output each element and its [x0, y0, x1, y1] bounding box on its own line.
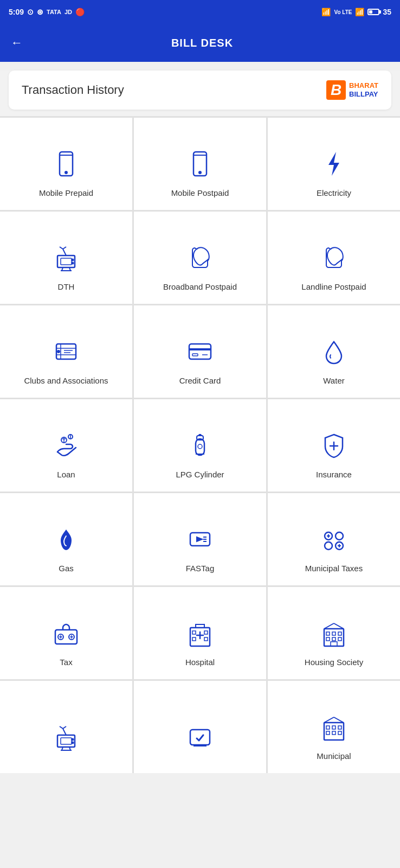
tax-icon [52, 617, 80, 649]
svg-point-39 [198, 444, 202, 449]
broadband-label: Broadband Postpaid [163, 282, 237, 292]
svg-point-17 [72, 262, 74, 264]
svg-rect-95 [338, 726, 341, 729]
credit-card-label: Credit Card [179, 375, 221, 386]
svg-rect-25 [189, 344, 211, 359]
grid-item-tax[interactable]: Tax [0, 587, 132, 679]
svg-point-50 [325, 542, 332, 550]
mobile-postpaid-label: Mobile Postpaid [171, 188, 229, 199]
mobile-prepaid-icon [52, 148, 80, 180]
subscription-icon [186, 721, 214, 754]
whatsapp-icon: ⊙ [27, 8, 34, 16]
mobile-postpaid-icon [186, 148, 214, 180]
dth-icon [52, 241, 80, 274]
transaction-history-button[interactable]: Transaction History B BHARAT BILLPAY [9, 71, 391, 110]
transaction-history-label: Transaction History [22, 83, 326, 97]
svg-point-16 [72, 259, 74, 260]
loan-icon [52, 429, 80, 462]
svg-rect-73 [338, 632, 341, 635]
grid-item-mobile-postpaid[interactable]: Mobile Postpaid [134, 118, 266, 210]
svg-rect-94 [332, 726, 336, 729]
battery-percent: 35 [383, 8, 391, 16]
grid-item-gas[interactable]: Gas [0, 493, 132, 585]
lpg-label: LPG Cylinder [176, 469, 224, 480]
status-bar: 5:09 ⊙ ⊛ TATA JD 🔴 📶 Vo LTE 📶 35 [0, 0, 400, 24]
svg-rect-80 [57, 735, 75, 747]
svg-line-15 [63, 247, 66, 249]
grid-item-municipal[interactable]: Municipal [268, 681, 400, 773]
svg-line-87 [63, 726, 66, 729]
hospital-icon [186, 617, 214, 649]
fastag-label: FASTag [186, 563, 215, 574]
battery-icon [367, 9, 379, 15]
grid-item-subscription[interactable] [134, 681, 266, 773]
svg-rect-27 [192, 354, 198, 356]
signal-icon: 📶 [355, 8, 364, 16]
tax-label: Tax [60, 657, 72, 668]
municipal-label: Municipal [317, 751, 351, 762]
municipal-taxes-label: Municipal Taxes [305, 563, 363, 574]
mobile-prepaid-label: Mobile Prepaid [39, 188, 93, 199]
municipal-icon [320, 711, 348, 743]
grid-item-credit-card[interactable]: Credit Card [134, 305, 266, 398]
grid-item-cable-tv[interactable] [0, 681, 132, 773]
bb-text: BHARAT BILLPAY [349, 81, 378, 98]
page-title: BILL DESK [31, 37, 373, 49]
housing-society-label: Housing Society [305, 657, 363, 668]
water-label: Water [323, 375, 344, 386]
svg-rect-74 [326, 637, 330, 641]
tata-play-icon: TATA [47, 9, 61, 15]
gas-label: Gas [59, 563, 74, 574]
cable-tv-icon [52, 721, 80, 754]
grid-item-clubs[interactable]: Clubs and Associations [0, 305, 132, 398]
services-grid: Mobile Prepaid Mobile Postpaid Electrici… [0, 116, 400, 773]
svg-rect-68 [192, 637, 196, 641]
electricity-icon [320, 148, 348, 180]
svg-point-49 [336, 532, 343, 540]
broadband-icon [186, 241, 214, 274]
header: ← BILL DESK [0, 24, 400, 62]
svg-line-100 [334, 717, 344, 723]
svg-line-13 [63, 249, 66, 256]
municipal-taxes-icon [320, 523, 348, 556]
svg-rect-34 [196, 439, 204, 455]
time: 5:09 [9, 8, 24, 16]
svg-rect-98 [338, 731, 341, 735]
grid-item-lpg[interactable]: LPG Cylinder [134, 399, 266, 492]
grid-item-loan[interactable]: Loan [0, 399, 132, 492]
svg-rect-76 [338, 637, 341, 641]
svg-rect-96 [326, 731, 330, 735]
svg-rect-72 [332, 632, 336, 635]
grid-item-hospital[interactable]: Hospital [134, 587, 266, 679]
landline-icon [320, 241, 348, 274]
metro-icon: 🔴 [75, 8, 85, 16]
grid-item-municipal-taxes[interactable]: Municipal Taxes [268, 493, 400, 585]
credit-card-icon [186, 335, 214, 368]
grid-item-landline[interactable]: Landline Postpaid [268, 212, 400, 304]
grid-item-fastag[interactable]: FASTag [134, 493, 266, 585]
grid-item-water[interactable]: Water [268, 305, 400, 398]
lpg-icon [186, 429, 214, 462]
grid-item-insurance[interactable]: Insurance [268, 399, 400, 492]
svg-rect-9 [61, 258, 72, 265]
svg-rect-97 [332, 731, 336, 735]
svg-rect-67 [204, 631, 208, 634]
grid-item-broadband[interactable]: Broadband Postpaid [134, 212, 266, 304]
svg-marker-44 [197, 537, 202, 541]
svg-point-2 [65, 171, 67, 174]
grid-item-dth[interactable]: DTH [0, 212, 132, 304]
grid-item-electricity[interactable]: Electricity [268, 118, 400, 210]
clubs-icon [52, 335, 80, 368]
svg-line-14 [60, 247, 63, 249]
wifi-icon: 📶 [321, 8, 331, 16]
grid-item-housing-society[interactable]: Housing Society [268, 587, 400, 679]
svg-rect-90 [190, 730, 210, 745]
svg-line-86 [60, 726, 63, 729]
loan-label: Loan [57, 469, 75, 480]
svg-line-78 [324, 623, 334, 629]
jd-icon: JD [64, 9, 72, 15]
grid-item-mobile-prepaid[interactable]: Mobile Prepaid [0, 118, 132, 210]
svg-line-79 [334, 623, 344, 629]
svg-point-89 [72, 742, 74, 744]
back-button[interactable]: ← [11, 36, 23, 50]
